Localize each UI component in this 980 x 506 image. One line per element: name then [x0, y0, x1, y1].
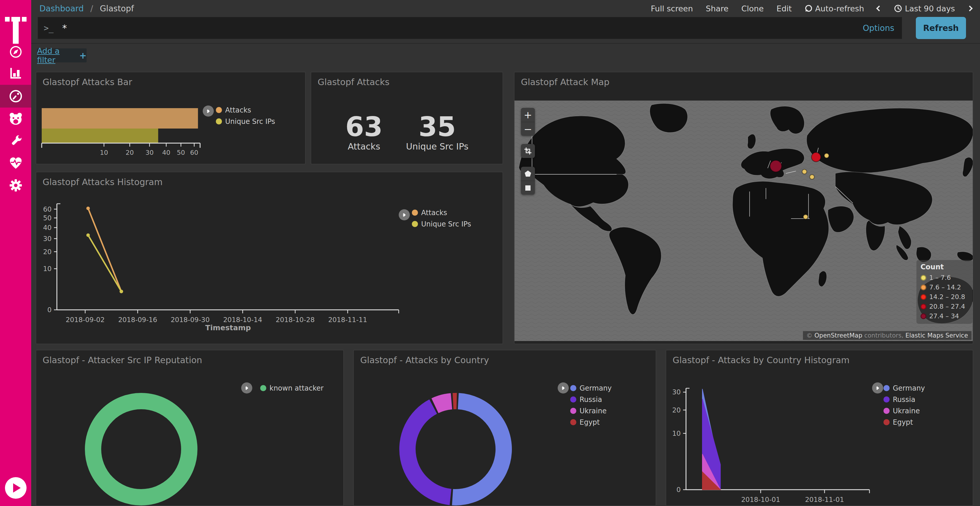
edit-button[interactable]: Edit	[776, 4, 792, 13]
legend-dot-icon	[412, 209, 418, 216]
search-bar[interactable]: >_ Options	[38, 17, 902, 39]
draw-rectangle-button[interactable]	[521, 181, 535, 195]
sidebar-item-monitoring[interactable]	[0, 152, 31, 174]
count-bucket-dot-icon	[921, 313, 926, 319]
zoom-in-button[interactable]: +	[521, 108, 535, 122]
plus-icon: +	[80, 51, 87, 60]
map-fit-control	[521, 144, 535, 158]
count-bucket-range: 20.8 – 27.4	[929, 303, 965, 310]
legend-item[interactable]: Egypt	[570, 417, 612, 428]
legend-dot-icon	[570, 385, 576, 391]
sidebar-item-visualize[interactable]	[0, 62, 31, 84]
sidebar-collapse-button[interactable]	[5, 477, 27, 499]
legend-item[interactable]: Germany	[883, 382, 925, 394]
legend-dot-icon	[260, 385, 266, 391]
time-range-button[interactable]: Last 90 days	[894, 4, 955, 13]
legend-item[interactable]: Attacks	[216, 104, 275, 116]
legend-toggle-icon[interactable]	[558, 382, 569, 393]
chart-legend: GermanyRussiaUkraineEgypt	[570, 382, 612, 428]
chart-legend: AttacksUnique Src IPs	[216, 104, 275, 127]
svg-text:20: 20	[43, 248, 52, 255]
legend-label: Germany	[893, 384, 925, 392]
chart-legend: GermanyRussiaUkraineEgypt	[883, 382, 925, 428]
legend-dot-icon	[883, 419, 889, 425]
play-icon	[13, 483, 21, 493]
time-back-button[interactable]	[877, 6, 881, 11]
country-donut-chart	[354, 351, 656, 506]
sidebar-item-management[interactable]	[0, 174, 31, 197]
legend-item[interactable]: Unique Src IPs	[412, 218, 471, 230]
time-forward-button[interactable]	[968, 6, 972, 11]
elastic-maps-service-link[interactable]: Elastic Maps Service	[905, 332, 968, 339]
refresh-button[interactable]: Refresh	[916, 17, 966, 39]
legend-item[interactable]: Germany	[570, 382, 612, 394]
clone-button[interactable]: Clone	[741, 4, 764, 13]
metric-unique-src-ips: 35 Unique Src IPs	[406, 113, 468, 152]
zoom-out-button[interactable]: −	[521, 122, 535, 136]
add-filter-button[interactable]: Add a filter +	[37, 48, 87, 62]
sidebar-item-dashboard[interactable]	[0, 85, 31, 108]
attacks-histogram-chart: 01020304050602018-09-022018-09-162018-09…	[36, 172, 503, 344]
map-legend-item: 27.4 – 34	[921, 311, 968, 321]
country-histogram-chart: 01020302018-10-012018-11-01Timestamp	[666, 351, 973, 506]
full-screen-button[interactable]: Full screen	[651, 4, 693, 13]
attack-marker[interactable]	[803, 214, 808, 219]
count-bucket-range: 7.6 – 14.2	[929, 284, 961, 291]
map-attribution: © OpenStreetMap contributors, Elastic Ma…	[803, 331, 972, 340]
sidebar-item-dev-tools[interactable]	[0, 130, 31, 152]
legend-toggle-icon[interactable]	[872, 382, 883, 393]
legend-dot-icon	[216, 118, 222, 124]
fit-bounds-button[interactable]	[521, 144, 535, 158]
svg-text:30: 30	[672, 388, 681, 396]
map-legend-item: 7.6 – 14.2	[921, 282, 968, 292]
svg-text:60: 60	[190, 149, 198, 156]
svg-text:2018-11-01: 2018-11-01	[805, 496, 844, 503]
map-legend-item: 14.2 – 20.8	[921, 292, 968, 302]
add-filter-label: Add a filter	[37, 46, 76, 64]
share-button[interactable]: Share	[706, 4, 729, 13]
attack-marker[interactable]	[770, 160, 782, 172]
legend-item[interactable]: Unique Src IPs	[216, 116, 275, 127]
bear-icon	[8, 112, 23, 126]
attack-marker[interactable]	[810, 174, 815, 179]
openstreetmap-link[interactable]: OpenStreetMap	[815, 332, 862, 339]
count-bucket-dot-icon	[921, 275, 926, 281]
sidebar-item-discover[interactable]	[0, 41, 31, 63]
attack-marker[interactable]	[802, 169, 807, 174]
attack-marker[interactable]	[811, 152, 821, 162]
breadcrumb-dashboard-link[interactable]: Dashboard	[40, 4, 84, 13]
legend-item[interactable]: Attacks	[412, 207, 471, 218]
legend-toggle-icon[interactable]	[241, 382, 252, 393]
attack-marker[interactable]	[824, 153, 829, 158]
svg-text:20: 20	[126, 149, 134, 156]
legend-dot-icon	[570, 408, 576, 414]
options-link[interactable]: Options	[863, 23, 894, 33]
legend-label: Russia	[893, 395, 915, 404]
svg-text:2018-09-30: 2018-09-30	[171, 316, 210, 324]
sidebar-item-timelion[interactable]	[0, 108, 31, 130]
search-input[interactable]	[61, 22, 863, 34]
legend-item[interactable]: Egypt	[883, 417, 925, 428]
svg-text:2018-09-02: 2018-09-02	[65, 316, 105, 324]
svg-text:20: 20	[672, 406, 681, 414]
legend-item[interactable]: Russia	[570, 394, 612, 405]
legend-item[interactable]: Ukraine	[883, 405, 925, 417]
draw-polygon-button[interactable]	[521, 167, 535, 181]
legend-item[interactable]: Ukraine	[570, 405, 612, 417]
legend-toggle-icon[interactable]	[399, 209, 410, 220]
map-legend-item: 20.8 – 27.4	[921, 302, 968, 311]
count-bucket-dot-icon	[921, 304, 926, 309]
svg-text:2018-09-16: 2018-09-16	[118, 316, 157, 324]
legend-toggle-icon[interactable]	[203, 106, 214, 117]
map-legend-item: 1 – 7.6	[921, 273, 968, 282]
auto-refresh-button[interactable]: Auto-refresh	[805, 4, 864, 13]
legend-label: Egypt	[579, 418, 600, 427]
world-map[interactable]: + − Cou	[514, 101, 973, 341]
legend-item[interactable]: Russia	[883, 394, 925, 405]
reputation-donut-chart	[36, 351, 344, 506]
pentagon-icon	[524, 170, 531, 177]
legend-item[interactable]: known attacker	[260, 382, 323, 394]
legend-dot-icon	[883, 397, 889, 403]
map-zoom-controls: + −	[521, 108, 535, 136]
svg-text:50: 50	[177, 149, 185, 156]
